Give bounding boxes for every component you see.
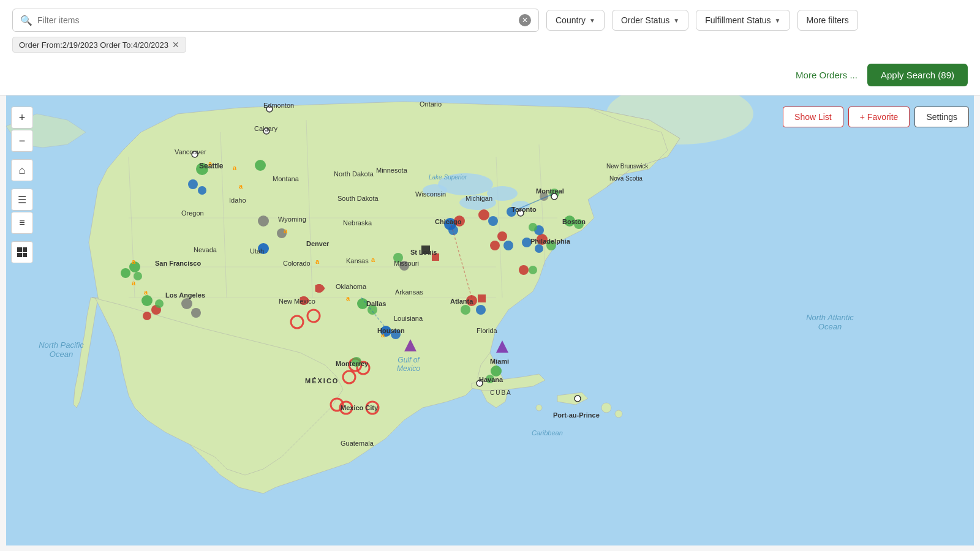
svg-rect-58	[478, 294, 486, 302]
svg-point-93	[575, 395, 581, 402]
svg-point-51	[522, 238, 532, 247]
svg-rect-41	[421, 246, 430, 254]
map-background: a a a a a	[0, 96, 980, 545]
svg-point-35	[258, 216, 269, 227]
svg-point-84	[519, 265, 529, 275]
zoom-out-button[interactable]: −	[11, 130, 33, 152]
svg-point-32	[181, 298, 192, 309]
zoom-in-button[interactable]: +	[11, 107, 33, 129]
more-filters-button[interactable]: More filters	[797, 10, 858, 31]
fulfillment-status-filter-button[interactable]: Fulfillment Status ▼	[696, 10, 790, 31]
svg-point-3	[615, 410, 622, 418]
svg-rect-42	[432, 253, 439, 261]
fulfillment-status-chevron-icon: ▼	[775, 17, 781, 24]
barcode-icon	[17, 247, 27, 257]
top-bar: 🔍 ✕ Country ▼ Order Status ▼ Fulfillment…	[0, 0, 980, 96]
svg-point-94	[266, 106, 273, 112]
svg-point-81	[490, 241, 500, 250]
svg-point-39	[454, 216, 465, 227]
svg-point-30	[155, 299, 164, 308]
svg-point-48	[546, 241, 556, 250]
svg-point-33	[191, 308, 201, 318]
settings-button[interactable]: Settings	[914, 107, 969, 127]
svg-text:a: a	[239, 182, 243, 190]
svg-point-18	[196, 163, 208, 175]
lines-button[interactable]: ≡	[11, 212, 33, 234]
svg-point-96	[192, 151, 198, 157]
svg-point-15	[423, 184, 447, 197]
svg-point-87	[486, 375, 494, 383]
svg-point-46	[574, 219, 584, 229]
search-box[interactable]: 🔍 ✕	[12, 9, 539, 32]
svg-text:a: a	[371, 256, 375, 263]
svg-point-45	[564, 216, 575, 227]
svg-point-52	[529, 223, 537, 231]
map-overlay-buttons: Show List + Favorite Settings	[783, 107, 969, 127]
svg-point-23	[121, 268, 130, 278]
svg-point-16	[459, 195, 496, 210]
home-icon: ⌂	[19, 164, 26, 177]
favorite-button[interactable]: + Favorite	[848, 107, 910, 127]
svg-point-92	[477, 380, 483, 386]
action-row: More Orders ... Apply Search (89)	[12, 59, 968, 89]
svg-point-95	[263, 128, 270, 134]
svg-point-65	[391, 329, 401, 339]
svg-text:a: a	[315, 258, 320, 265]
svg-text:a: a	[284, 227, 288, 234]
svg-point-69	[399, 261, 409, 271]
svg-point-44	[488, 216, 498, 226]
order-status-chevron-icon: ▼	[673, 17, 679, 24]
svg-text:a: a	[233, 164, 237, 171]
svg-point-49	[535, 244, 543, 253]
svg-text:a: a	[208, 160, 213, 167]
barcode-button[interactable]	[11, 241, 33, 263]
more-orders-link[interactable]: More Orders ...	[796, 70, 858, 80]
svg-text:a: a	[132, 258, 136, 265]
svg-point-98	[518, 210, 524, 216]
svg-point-2	[601, 403, 611, 413]
search-input[interactable]	[37, 15, 519, 25]
svg-text:a: a	[132, 279, 136, 287]
svg-point-80	[503, 241, 513, 250]
svg-point-59	[476, 305, 486, 315]
home-button[interactable]: ⌂	[11, 159, 33, 181]
svg-point-97	[551, 193, 557, 200]
svg-point-68	[393, 253, 403, 263]
svg-point-88	[352, 357, 361, 367]
show-list-button[interactable]: Show List	[783, 107, 843, 127]
search-clear-button[interactable]: ✕	[519, 14, 531, 26]
apply-search-button[interactable]: Apply Search (89)	[867, 64, 968, 86]
svg-point-43	[478, 209, 489, 220]
country-chevron-icon: ▼	[589, 17, 595, 24]
svg-point-47	[537, 234, 548, 245]
list-view-button[interactable]: ☰	[11, 189, 33, 211]
svg-point-4	[536, 405, 542, 411]
svg-point-21	[198, 186, 206, 195]
order-status-filter-button[interactable]: Order Status ▼	[612, 10, 688, 31]
svg-point-29	[143, 312, 151, 320]
lines-icon: ≡	[19, 217, 24, 228]
svg-point-79	[497, 231, 507, 241]
tag-row: Order From:2/19/2023 Order To:4/20/2023 …	[12, 37, 968, 53]
country-filter-button[interactable]: Country ▼	[546, 10, 605, 31]
svg-point-85	[529, 266, 537, 274]
map-container: a a a a a	[0, 96, 980, 545]
svg-point-62	[368, 305, 377, 315]
list-icon: ☰	[18, 194, 26, 206]
svg-point-86	[491, 365, 502, 377]
date-filter-tag: Order From:2/19/2023 Order To:4/20/2023 …	[12, 37, 186, 53]
search-icon: 🔍	[20, 15, 32, 26]
svg-point-34	[258, 243, 269, 254]
svg-text:a: a	[346, 294, 350, 302]
svg-text:a: a	[381, 331, 385, 339]
svg-point-27	[141, 295, 153, 306]
svg-point-60	[461, 305, 470, 315]
svg-point-20	[188, 179, 198, 189]
tag-remove-icon[interactable]: ✕	[172, 40, 179, 50]
svg-point-91	[255, 160, 266, 171]
svg-text:a: a	[144, 288, 148, 296]
map-controls: + − ⌂ ☰ ≡	[11, 107, 33, 263]
svg-point-61	[357, 298, 368, 309]
